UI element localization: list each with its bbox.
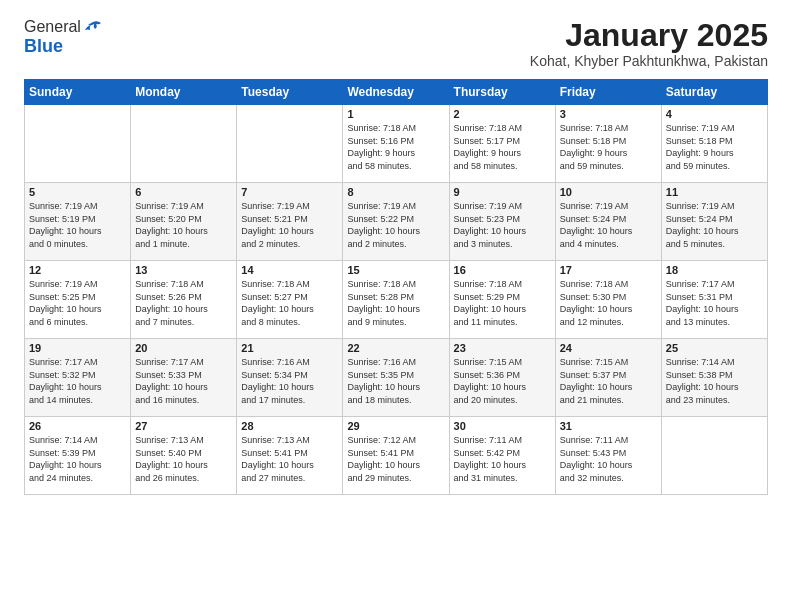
calendar-cell: 3Sunrise: 7:18 AM Sunset: 5:18 PM Daylig… (555, 105, 661, 183)
day-info: Sunrise: 7:15 AM Sunset: 5:37 PM Dayligh… (560, 356, 657, 406)
day-number: 11 (666, 186, 763, 198)
calendar-cell: 28Sunrise: 7:13 AM Sunset: 5:41 PM Dayli… (237, 417, 343, 495)
calendar-cell: 8Sunrise: 7:19 AM Sunset: 5:22 PM Daylig… (343, 183, 449, 261)
logo: General Blue (24, 18, 103, 57)
weekday-header-row: SundayMondayTuesdayWednesdayThursdayFrid… (25, 80, 768, 105)
calendar-cell: 6Sunrise: 7:19 AM Sunset: 5:20 PM Daylig… (131, 183, 237, 261)
day-number: 20 (135, 342, 232, 354)
day-number: 12 (29, 264, 126, 276)
weekday-header-monday: Monday (131, 80, 237, 105)
calendar-cell: 7Sunrise: 7:19 AM Sunset: 5:21 PM Daylig… (237, 183, 343, 261)
day-info: Sunrise: 7:14 AM Sunset: 5:39 PM Dayligh… (29, 434, 126, 484)
day-number: 31 (560, 420, 657, 432)
calendar-cell: 13Sunrise: 7:18 AM Sunset: 5:26 PM Dayli… (131, 261, 237, 339)
day-info: Sunrise: 7:12 AM Sunset: 5:41 PM Dayligh… (347, 434, 444, 484)
day-info: Sunrise: 7:15 AM Sunset: 5:36 PM Dayligh… (454, 356, 551, 406)
day-number: 8 (347, 186, 444, 198)
calendar-cell: 10Sunrise: 7:19 AM Sunset: 5:24 PM Dayli… (555, 183, 661, 261)
calendar-cell: 14Sunrise: 7:18 AM Sunset: 5:27 PM Dayli… (237, 261, 343, 339)
day-info: Sunrise: 7:17 AM Sunset: 5:31 PM Dayligh… (666, 278, 763, 328)
day-info: Sunrise: 7:18 AM Sunset: 5:27 PM Dayligh… (241, 278, 338, 328)
calendar-table: SundayMondayTuesdayWednesdayThursdayFrid… (24, 79, 768, 495)
calendar-cell: 20Sunrise: 7:17 AM Sunset: 5:33 PM Dayli… (131, 339, 237, 417)
day-number: 4 (666, 108, 763, 120)
day-number: 1 (347, 108, 444, 120)
weekday-header-thursday: Thursday (449, 80, 555, 105)
day-info: Sunrise: 7:18 AM Sunset: 5:26 PM Dayligh… (135, 278, 232, 328)
day-info: Sunrise: 7:17 AM Sunset: 5:32 PM Dayligh… (29, 356, 126, 406)
weekday-header-tuesday: Tuesday (237, 80, 343, 105)
day-number: 5 (29, 186, 126, 198)
weekday-header-friday: Friday (555, 80, 661, 105)
calendar-week-row: 19Sunrise: 7:17 AM Sunset: 5:32 PM Dayli… (25, 339, 768, 417)
weekday-header-wednesday: Wednesday (343, 80, 449, 105)
logo-bird-icon (83, 20, 103, 34)
calendar-cell: 29Sunrise: 7:12 AM Sunset: 5:41 PM Dayli… (343, 417, 449, 495)
day-number: 3 (560, 108, 657, 120)
day-info: Sunrise: 7:19 AM Sunset: 5:25 PM Dayligh… (29, 278, 126, 328)
calendar-week-row: 5Sunrise: 7:19 AM Sunset: 5:19 PM Daylig… (25, 183, 768, 261)
day-number: 21 (241, 342, 338, 354)
logo-general-text: General (24, 18, 81, 36)
day-number: 22 (347, 342, 444, 354)
day-info: Sunrise: 7:16 AM Sunset: 5:35 PM Dayligh… (347, 356, 444, 406)
calendar-week-row: 1Sunrise: 7:18 AM Sunset: 5:16 PM Daylig… (25, 105, 768, 183)
calendar-cell (131, 105, 237, 183)
day-info: Sunrise: 7:16 AM Sunset: 5:34 PM Dayligh… (241, 356, 338, 406)
day-info: Sunrise: 7:19 AM Sunset: 5:18 PM Dayligh… (666, 122, 763, 172)
weekday-header-saturday: Saturday (661, 80, 767, 105)
day-info: Sunrise: 7:19 AM Sunset: 5:23 PM Dayligh… (454, 200, 551, 250)
day-info: Sunrise: 7:11 AM Sunset: 5:42 PM Dayligh… (454, 434, 551, 484)
calendar-title: January 2025 (530, 18, 768, 53)
calendar-week-row: 26Sunrise: 7:14 AM Sunset: 5:39 PM Dayli… (25, 417, 768, 495)
day-number: 27 (135, 420, 232, 432)
calendar-cell: 19Sunrise: 7:17 AM Sunset: 5:32 PM Dayli… (25, 339, 131, 417)
calendar-cell: 25Sunrise: 7:14 AM Sunset: 5:38 PM Dayli… (661, 339, 767, 417)
day-info: Sunrise: 7:19 AM Sunset: 5:19 PM Dayligh… (29, 200, 126, 250)
day-number: 15 (347, 264, 444, 276)
calendar-cell: 26Sunrise: 7:14 AM Sunset: 5:39 PM Dayli… (25, 417, 131, 495)
calendar-cell: 30Sunrise: 7:11 AM Sunset: 5:42 PM Dayli… (449, 417, 555, 495)
header: General Blue January 2025 Kohat, Khyber … (24, 18, 768, 69)
day-number: 29 (347, 420, 444, 432)
calendar-cell: 17Sunrise: 7:18 AM Sunset: 5:30 PM Dayli… (555, 261, 661, 339)
day-number: 13 (135, 264, 232, 276)
day-info: Sunrise: 7:13 AM Sunset: 5:40 PM Dayligh… (135, 434, 232, 484)
day-number: 24 (560, 342, 657, 354)
day-number: 7 (241, 186, 338, 198)
day-number: 19 (29, 342, 126, 354)
calendar-cell (661, 417, 767, 495)
day-number: 30 (454, 420, 551, 432)
day-info: Sunrise: 7:18 AM Sunset: 5:16 PM Dayligh… (347, 122, 444, 172)
calendar-cell: 31Sunrise: 7:11 AM Sunset: 5:43 PM Dayli… (555, 417, 661, 495)
calendar-subtitle: Kohat, Khyber Pakhtunkhwa, Pakistan (530, 53, 768, 69)
day-number: 26 (29, 420, 126, 432)
day-number: 9 (454, 186, 551, 198)
day-info: Sunrise: 7:18 AM Sunset: 5:18 PM Dayligh… (560, 122, 657, 172)
calendar-cell: 9Sunrise: 7:19 AM Sunset: 5:23 PM Daylig… (449, 183, 555, 261)
day-info: Sunrise: 7:19 AM Sunset: 5:24 PM Dayligh… (666, 200, 763, 250)
day-info: Sunrise: 7:19 AM Sunset: 5:24 PM Dayligh… (560, 200, 657, 250)
calendar-cell: 12Sunrise: 7:19 AM Sunset: 5:25 PM Dayli… (25, 261, 131, 339)
title-block: January 2025 Kohat, Khyber Pakhtunkhwa, … (530, 18, 768, 69)
calendar-week-row: 12Sunrise: 7:19 AM Sunset: 5:25 PM Dayli… (25, 261, 768, 339)
calendar-cell: 22Sunrise: 7:16 AM Sunset: 5:35 PM Dayli… (343, 339, 449, 417)
calendar-cell: 1Sunrise: 7:18 AM Sunset: 5:16 PM Daylig… (343, 105, 449, 183)
page: General Blue January 2025 Kohat, Khyber … (0, 0, 792, 612)
day-number: 10 (560, 186, 657, 198)
day-info: Sunrise: 7:19 AM Sunset: 5:20 PM Dayligh… (135, 200, 232, 250)
calendar-cell: 16Sunrise: 7:18 AM Sunset: 5:29 PM Dayli… (449, 261, 555, 339)
calendar-cell: 18Sunrise: 7:17 AM Sunset: 5:31 PM Dayli… (661, 261, 767, 339)
calendar-cell: 11Sunrise: 7:19 AM Sunset: 5:24 PM Dayli… (661, 183, 767, 261)
calendar-cell (25, 105, 131, 183)
day-number: 25 (666, 342, 763, 354)
day-number: 2 (454, 108, 551, 120)
calendar-cell: 24Sunrise: 7:15 AM Sunset: 5:37 PM Dayli… (555, 339, 661, 417)
day-info: Sunrise: 7:18 AM Sunset: 5:17 PM Dayligh… (454, 122, 551, 172)
day-info: Sunrise: 7:14 AM Sunset: 5:38 PM Dayligh… (666, 356, 763, 406)
calendar-cell: 5Sunrise: 7:19 AM Sunset: 5:19 PM Daylig… (25, 183, 131, 261)
day-info: Sunrise: 7:18 AM Sunset: 5:29 PM Dayligh… (454, 278, 551, 328)
calendar-cell: 21Sunrise: 7:16 AM Sunset: 5:34 PM Dayli… (237, 339, 343, 417)
weekday-header-sunday: Sunday (25, 80, 131, 105)
day-number: 17 (560, 264, 657, 276)
